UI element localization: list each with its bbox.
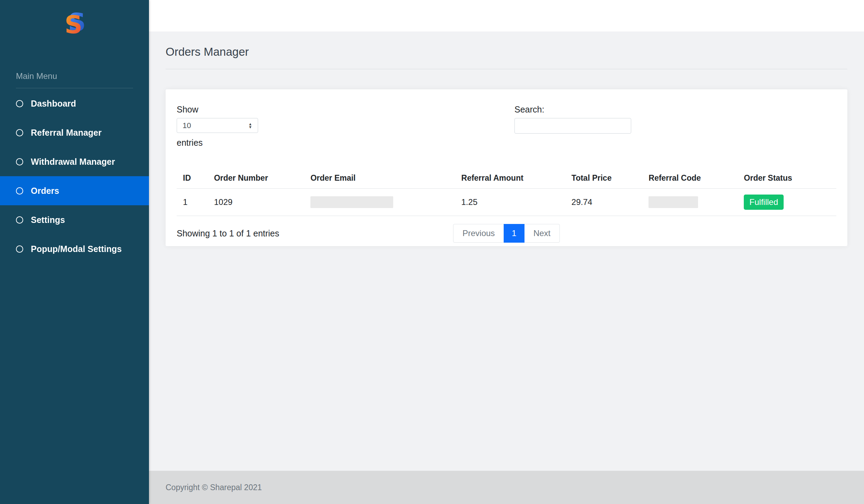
search-input[interactable] [514,118,631,134]
cell-order-email [304,189,455,216]
circle-icon [16,245,23,253]
sidebar-item-label: Referral Manager [31,128,102,138]
circle-icon [16,187,23,195]
header-order-email[interactable]: Order Email [304,168,455,189]
main-area: Orders Manager Show 10 ▲▼ entries Search… [149,0,864,504]
sharepal-logo-icon: S S [59,8,90,38]
search-block: Search: [514,105,631,134]
search-label: Search: [514,105,631,115]
page-title: Orders Manager [166,45,847,58]
sidebar-item-dashboard[interactable]: Dashboard [0,89,149,118]
app-logo[interactable]: S S [0,0,149,38]
cell-order-status: Fulfilled [738,189,836,216]
redacted-email-box [310,196,393,208]
orders-table: ID Order Number Order Email Referral Amo… [177,168,836,216]
page-length-select[interactable]: 10 ▲▼ [177,118,258,133]
previous-page-button[interactable]: Previous [453,224,504,243]
orders-table-card: Show 10 ▲▼ entries Search: [166,89,847,246]
cell-total-price: 29.74 [565,189,643,216]
sidebar-item-withdrawal-manager[interactable]: Withdrawal Manager [0,147,149,176]
circle-icon [16,216,23,224]
footer: Copyright © Sharepal 2021 [149,471,864,504]
sidebar-item-label: Withdrawal Manager [31,157,115,167]
title-divider [166,69,847,69]
entries-label: entries [177,138,836,148]
page-1-button[interactable]: 1 [504,224,524,243]
header-referral-amount[interactable]: Referral Amount [455,168,565,189]
svg-text:S: S [65,10,83,38]
sidebar-item-popup-modal-settings[interactable]: Popup/Modal Settings [0,234,149,263]
sidebar-item-label: Popup/Modal Settings [31,244,122,254]
page-length-value: 10 [183,121,191,130]
select-arrows-icon: ▲▼ [248,123,252,129]
status-badge: Fulfilled [744,195,784,210]
content-area: Orders Manager Show 10 ▲▼ entries Search… [149,32,864,471]
table-info-text: Showing 1 to 1 of 1 entries [177,228,279,238]
sidebar-item-settings[interactable]: Settings [0,205,149,234]
redacted-referral-code-box [649,196,698,208]
show-label: Show [177,105,836,115]
menu-section-label: Main Menu [16,71,133,88]
header-total-price[interactable]: Total Price [565,168,643,189]
copyright-text: Copyright © Sharepal 2021 [166,483,262,492]
sidebar-nav: Dashboard Referral Manager Withdrawal Ma… [0,89,149,263]
sidebar: S S Main Menu Dashboard Referral Manager… [0,0,149,504]
next-page-button[interactable]: Next [524,224,560,243]
table-header-row: ID Order Number Order Email Referral Amo… [177,168,836,189]
header-order-number[interactable]: Order Number [208,168,304,189]
page-length-block: Show 10 ▲▼ entries [177,105,836,148]
sidebar-item-label: Settings [31,215,65,225]
sidebar-item-referral-manager[interactable]: Referral Manager [0,118,149,147]
sidebar-item-label: Dashboard [31,99,76,109]
circle-icon [16,129,23,136]
circle-icon [16,100,23,107]
table-footer: Showing 1 to 1 of 1 entries Previous 1 N… [177,224,836,243]
cell-id: 1 [177,189,208,216]
header-id[interactable]: ID [177,168,208,189]
sidebar-item-orders[interactable]: Orders [0,176,149,205]
sidebar-item-label: Orders [31,186,59,196]
cell-order-number: 1029 [208,189,304,216]
cell-referral-amount: 1.25 [455,189,565,216]
pagination: Previous 1 Next [453,224,560,243]
header-order-status[interactable]: Order Status [738,168,836,189]
top-navbar [149,0,864,32]
cell-referral-code [642,189,738,216]
table-row: 1 1029 1.25 29.74 Fulfilled [177,189,836,216]
circle-icon [16,158,23,165]
header-referral-code[interactable]: Referral Code [642,168,738,189]
table-controls: Show 10 ▲▼ entries Search: [177,105,836,166]
